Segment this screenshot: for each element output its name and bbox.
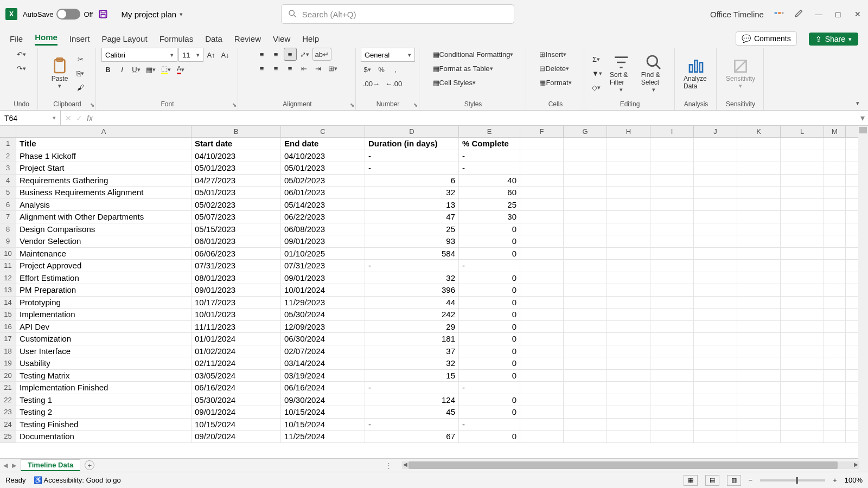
sheet-tabs-menu[interactable]: ⋮ [385, 461, 392, 470]
align-bottom-button[interactable]: ≡ [284, 48, 297, 61]
cell[interactable]: - [459, 162, 520, 174]
cell[interactable]: 0 [459, 394, 520, 406]
cell[interactable] [824, 187, 846, 198]
cell[interactable] [607, 138, 650, 150]
cell[interactable] [694, 187, 737, 198]
cell[interactable]: 6 [365, 175, 459, 187]
cell[interactable] [520, 321, 564, 333]
row-header[interactable]: 5 [0, 187, 16, 198]
underline-button[interactable]: U▾ [130, 63, 143, 76]
row-header[interactable]: 24 [0, 419, 16, 431]
cell[interactable] [824, 419, 846, 431]
cell[interactable] [737, 162, 781, 174]
cell[interactable]: 09/30/2024 [281, 394, 365, 406]
cell[interactable] [564, 370, 607, 382]
cell[interactable]: 29 [365, 321, 459, 333]
cell[interactable] [564, 138, 607, 150]
cell[interactable] [694, 199, 737, 211]
close-button[interactable]: ✕ [853, 9, 863, 19]
bold-button[interactable]: B [101, 63, 114, 76]
row-header[interactable]: 4 [0, 175, 16, 187]
cell[interactable]: 06/01/2023 [192, 235, 281, 247]
cell[interactable]: 0 [459, 345, 520, 357]
cell[interactable] [781, 211, 824, 223]
column-header-E[interactable]: E [459, 126, 520, 137]
cell[interactable]: Start date [192, 138, 281, 150]
cell[interactable] [607, 150, 650, 162]
cell[interactable]: 06/16/2024 [192, 382, 281, 394]
zoom-out-button[interactable]: − [749, 476, 753, 484]
cell[interactable] [781, 321, 824, 333]
cell[interactable] [694, 235, 737, 247]
decrease-indent-button[interactable]: ⇤ [298, 62, 311, 75]
cell[interactable] [564, 333, 607, 345]
accounting-format-button[interactable]: $▾ [361, 63, 374, 76]
cell[interactable]: 47 [365, 211, 459, 223]
cell[interactable] [694, 382, 737, 394]
cell[interactable]: Analysis [16, 199, 192, 211]
share-button[interactable]: ⇪ Share ▾ [809, 33, 858, 46]
cell[interactable]: 05/01/2023 [192, 162, 281, 174]
column-header-H[interactable]: H [607, 126, 650, 137]
cell[interactable] [607, 162, 650, 174]
cell[interactable] [824, 138, 846, 150]
cell[interactable] [737, 272, 781, 284]
cell[interactable] [694, 357, 737, 369]
cell[interactable]: 09/20/2024 [192, 431, 281, 442]
sheet-nav-next[interactable]: ▶ [12, 462, 16, 469]
cell[interactable]: 07/31/2023 [281, 260, 365, 272]
cell[interactable]: % Complete [459, 138, 520, 150]
cell[interactable]: - [365, 260, 459, 272]
format-cells-button[interactable]: ▦ Format ▾ [537, 76, 573, 89]
cell[interactable] [824, 162, 846, 174]
decrease-decimal-button[interactable]: ←.00 [383, 77, 404, 90]
cell[interactable] [650, 406, 694, 418]
cell[interactable]: Prototyping [16, 297, 192, 309]
cell[interactable]: 05/01/2023 [192, 187, 281, 198]
cell[interactable] [824, 333, 846, 345]
page-layout-view-button[interactable]: ▤ [705, 475, 719, 486]
align-left-button[interactable]: ≡ [256, 62, 269, 75]
row-header[interactable]: 20 [0, 370, 16, 382]
tab-formulas[interactable]: Formulas [159, 34, 194, 46]
increase-font-button[interactable]: A↑ [205, 48, 218, 61]
cell[interactable] [650, 175, 694, 187]
cell[interactable] [564, 150, 607, 162]
cell[interactable]: PM Preparation [16, 284, 192, 296]
sort-filter-button[interactable]: Sort & Filter▾ [607, 52, 636, 95]
cell[interactable] [520, 419, 564, 431]
cell[interactable] [564, 431, 607, 442]
cell[interactable] [824, 175, 846, 187]
row-header[interactable]: 19 [0, 357, 16, 369]
conditional-formatting-button[interactable]: ▦ Conditional Formatting ▾ [431, 48, 516, 61]
cell[interactable] [781, 223, 824, 235]
cell[interactable]: 25 [459, 199, 520, 211]
cell[interactable] [694, 333, 737, 345]
format-as-table-button[interactable]: ▦ Format as Table ▾ [431, 62, 495, 75]
cell[interactable] [520, 175, 564, 187]
cell[interactable] [694, 309, 737, 320]
cell[interactable] [607, 284, 650, 296]
cell[interactable] [694, 162, 737, 174]
tab-insert[interactable]: Insert [69, 34, 90, 46]
cell[interactable] [564, 309, 607, 320]
cell[interactable]: 09/01/2023 [281, 235, 365, 247]
cell[interactable]: Documentation [16, 431, 192, 442]
column-header-A[interactable]: A [16, 126, 192, 137]
cell[interactable]: 0 [459, 235, 520, 247]
cell[interactable]: - [459, 150, 520, 162]
cell[interactable]: - [365, 419, 459, 431]
tab-view[interactable]: View [273, 34, 290, 46]
cell[interactable] [650, 394, 694, 406]
cell[interactable] [694, 284, 737, 296]
cell[interactable]: - [365, 162, 459, 174]
select-all-button[interactable] [0, 126, 16, 137]
cell[interactable] [781, 175, 824, 187]
orientation-button[interactable]: ⤢▾ [298, 48, 311, 61]
cell[interactable]: End date [281, 138, 365, 150]
cell[interactable] [564, 223, 607, 235]
formula-input[interactable] [97, 111, 857, 125]
cell[interactable] [824, 321, 846, 333]
cell[interactable]: 09/01/2023 [192, 284, 281, 296]
tab-help[interactable]: Help [302, 34, 319, 46]
